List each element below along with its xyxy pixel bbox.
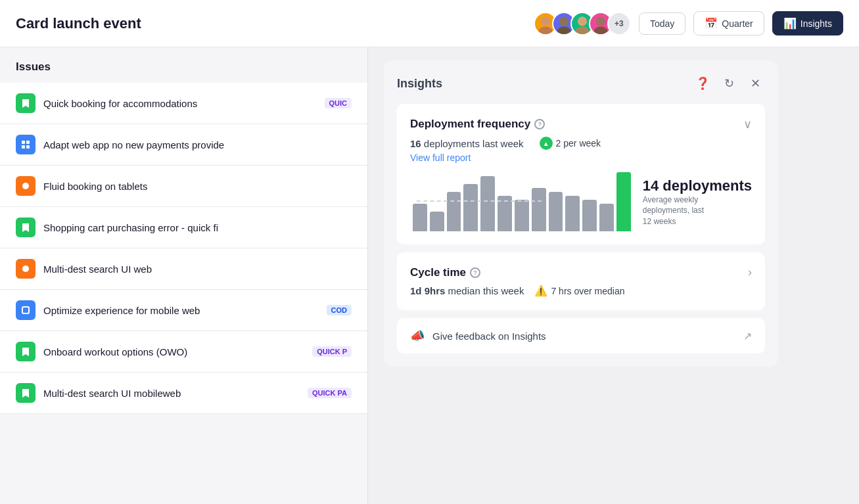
deployment-chart: 14 deployments Average weekly deployment… — [410, 172, 752, 231]
cycle-time-card: Cycle time ? › 1d 9hrs median this week … — [397, 252, 765, 310]
today-button[interactable]: Today — [639, 12, 685, 35]
bar-chart-bar — [515, 200, 529, 231]
bar-chart-bar — [498, 196, 512, 231]
issues-list: Quick booking for accommodationsQUICAdap… — [0, 83, 367, 414]
calendar-icon: 📅 — [705, 17, 718, 30]
issue-item[interactable]: Fluid booking on tablets — [0, 166, 367, 207]
issue-label: Multi-dest search UI web — [43, 263, 352, 275]
svg-point-6 — [575, 26, 589, 35]
main-content: Issues Quick booking for accommodationsQ… — [0, 47, 859, 504]
deployment-help-icon[interactable]: ? — [534, 119, 545, 129]
page-header: Card launch event +3 Today 📅 Quarter 📊 I… — [0, 0, 859, 47]
deployment-trend-stat: ▲ 2 per week — [540, 137, 601, 150]
issue-item[interactable]: Onboard workout options (OWO)QUICK P — [0, 331, 367, 373]
deployment-count-stat: 16 deployments last week — [410, 138, 524, 149]
chart-stat-number: 14 deployments — [643, 177, 752, 195]
svg-rect-12 — [26, 145, 30, 149]
insights-panel: Insights ❓ ↻ ✕ Deployment — [384, 60, 778, 367]
svg-point-1 — [538, 26, 552, 35]
deployment-chevron-icon[interactable]: ∨ — [743, 117, 752, 131]
avatar-more[interactable]: +3 — [607, 12, 631, 35]
help-button[interactable]: ❓ — [693, 74, 712, 93]
insights-button[interactable]: 📊 Insights — [772, 11, 843, 35]
bar-chart-bar — [549, 192, 563, 231]
svg-rect-10 — [26, 141, 30, 144]
issue-icon — [16, 259, 35, 279]
bar-chart-bar — [599, 204, 614, 231]
bar-chart-bar — [430, 212, 444, 231]
bar-chart — [410, 172, 634, 231]
cycle-primary-stat: 1d 9hrs median this week — [410, 285, 524, 296]
chart-stat-label: Average weekly deployments, last 12 week… — [643, 195, 715, 227]
svg-rect-11 — [22, 145, 25, 149]
bar-chart-bar — [413, 204, 427, 231]
cycle-warning-stat: ⚠️ 7 hrs over median — [534, 285, 624, 297]
external-link-icon[interactable]: ↗ — [743, 330, 752, 342]
warning-icon: ⚠️ — [534, 285, 547, 297]
feedback-card: 📣 Give feedback on Insights ↗ — [397, 318, 765, 354]
svg-point-13 — [22, 183, 29, 189]
bar-chart-bar — [616, 172, 631, 231]
deployment-frequency-card: Deployment frequency ? ∨ 16 deployments … — [397, 104, 765, 244]
cycle-time-title: Cycle time ? — [410, 266, 480, 279]
issues-panel: Issues Quick booking for accommodationsQ… — [0, 47, 368, 504]
issue-badge: COD — [327, 305, 352, 315]
close-button[interactable]: ✕ — [745, 74, 765, 93]
bar-chart-bar — [565, 196, 580, 231]
svg-point-0 — [541, 16, 550, 26]
issue-label: Optimize experience for mobile web — [43, 305, 319, 316]
issue-label: Fluid booking on tablets — [43, 181, 352, 192]
issue-item[interactable]: Shopping cart purchasing error - quick f… — [0, 207, 367, 248]
issue-icon — [16, 218, 35, 237]
cycle-help-icon[interactable]: ? — [470, 267, 480, 278]
deployment-stats: 16 deployments last week ▲ 2 per week — [410, 137, 752, 150]
issue-icon — [16, 342, 35, 361]
issue-item[interactable]: Quick booking for accommodationsQUIC — [0, 83, 367, 124]
issue-badge: QUICK PA — [308, 388, 352, 398]
page-title: Card launch event — [16, 15, 141, 32]
refresh-button[interactable]: ↻ — [719, 74, 739, 93]
issue-icon — [16, 135, 35, 154]
feedback-text: Give feedback on Insights — [432, 331, 735, 342]
bar-chart-bar — [463, 184, 478, 231]
issue-item[interactable]: Multi-dest search UI mobilewebQUICK PA — [0, 373, 367, 414]
issue-label: Shopping cart purchasing error - quick f… — [43, 222, 352, 233]
quarter-button[interactable]: 📅 Quarter — [693, 11, 764, 35]
issue-icon — [16, 383, 35, 403]
cycle-card-header: Cycle time ? › — [410, 265, 752, 279]
bar-chart-container — [410, 172, 634, 231]
issue-label: Onboard workout options (OWO) — [43, 346, 304, 357]
issue-label: Quick booking for accommodations — [43, 98, 317, 109]
issue-item[interactable]: Multi-dest search UI web — [0, 248, 367, 290]
megaphone-icon: 📣 — [410, 329, 425, 343]
cycle-chevron-icon[interactable]: › — [748, 265, 752, 279]
bar-chart-bar — [447, 192, 461, 231]
chart-icon: 📊 — [783, 17, 797, 30]
svg-point-4 — [557, 26, 570, 35]
svg-point-8 — [593, 26, 607, 35]
question-icon: ❓ — [695, 76, 710, 91]
insights-panel-title: Insights — [397, 77, 442, 91]
svg-point-3 — [559, 16, 569, 26]
svg-point-5 — [578, 16, 587, 26]
svg-point-14 — [22, 265, 29, 272]
bar-chart-bar — [582, 200, 597, 231]
trend-up-icon: ▲ — [540, 137, 553, 150]
svg-point-7 — [596, 16, 605, 26]
refresh-icon: ↻ — [724, 76, 734, 91]
insights-panel-actions: ❓ ↻ ✕ — [693, 74, 765, 93]
issue-icon — [16, 93, 35, 113]
issue-item[interactable]: Adapt web app no new payments provide — [0, 124, 367, 166]
issue-icon — [16, 300, 35, 320]
svg-rect-15 — [22, 307, 29, 313]
deployment-card-title: Deployment frequency ? — [410, 118, 545, 131]
header-actions: +3 Today 📅 Quarter 📊 Insights — [534, 11, 843, 35]
deployment-card-header: Deployment frequency ? ∨ — [410, 117, 752, 131]
issue-badge: QUIC — [325, 98, 352, 108]
bar-chart-bar — [532, 188, 546, 231]
issues-section-title: Issues — [0, 47, 367, 83]
issue-item[interactable]: Optimize experience for mobile webCOD — [0, 290, 367, 331]
avatar-group: +3 — [534, 12, 631, 35]
view-full-report-link[interactable]: View full report — [410, 152, 752, 163]
issue-icon — [16, 176, 35, 196]
